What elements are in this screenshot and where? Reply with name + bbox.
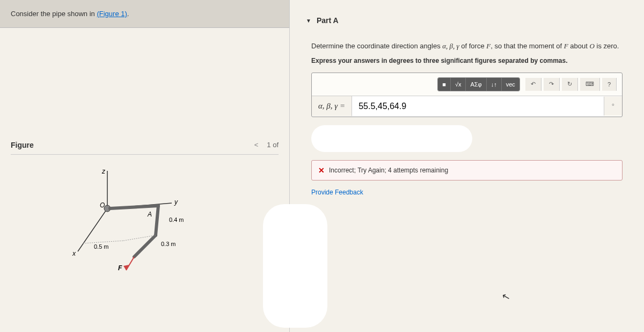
force-f-label: F [118, 264, 122, 272]
axis-z-label: z [101, 168, 106, 175]
axis-x-label: x [72, 250, 76, 257]
dim-05m: 0.5 m [94, 243, 109, 250]
svg-line-7 [126, 257, 134, 270]
pipe-diagram: z y x O 0.4 m 0.3 m 0.5 m A [64, 165, 225, 273]
templates-button[interactable]: ■ [438, 78, 451, 91]
problem-statement: Consider the pipe shown in (Figure 1). [0, 0, 289, 28]
svg-line-5 [156, 206, 158, 235]
part-label: Part A [317, 16, 339, 25]
incorrect-icon: ✕ [318, 166, 325, 175]
figure-prev-button[interactable]: < [251, 140, 262, 150]
point-a-label: A [147, 211, 152, 218]
unit-label: ° [604, 97, 622, 116]
feedback-message: ✕ Incorrect; Try Again; 4 attempts remai… [311, 160, 623, 181]
redacted-region-2 [263, 204, 327, 328]
part-header[interactable]: ▼ Part A [306, 11, 628, 30]
figure-link[interactable]: (Figure 1) [97, 10, 127, 18]
right-panel: ▼ Part A Determine the coordinate direct… [290, 0, 644, 332]
equation-toolbar: ■ √x ΑΣφ ↓↑ vec ↶ ↷ ↻ ⌨ ? [312, 73, 622, 96]
redacted-region [311, 125, 472, 152]
axis-y-label: y [174, 198, 178, 206]
left-panel: Consider the pipe shown in (Figure 1). F… [0, 0, 290, 332]
answer-variable-label: α, β, γ = [312, 96, 352, 116]
subscript-button[interactable]: ↓↑ [487, 78, 502, 91]
answer-input[interactable] [352, 96, 604, 117]
figure-page-indicator: 1 of [267, 141, 279, 149]
prompt-text: Determine the coordinate direction angle… [311, 41, 623, 52]
instruction-text: Express your answers in degrees to three… [311, 57, 623, 64]
redo-button[interactable]: ↷ [544, 78, 560, 91]
undo-button[interactable]: ↶ [525, 78, 541, 91]
dim-04m: 0.4 m [169, 216, 184, 223]
collapse-icon: ▼ [306, 18, 311, 24]
figure-title: Figure [11, 141, 34, 149]
feedback-text: Incorrect; Try Again; 4 attempts remaini… [329, 167, 448, 174]
help-button[interactable]: ? [602, 78, 617, 91]
problem-intro-text: Consider the pipe shown in [11, 10, 97, 18]
svg-line-6 [134, 235, 156, 257]
provide-feedback-link[interactable]: Provide Feedback [311, 189, 623, 196]
answer-box: ■ √x ΑΣφ ↓↑ vec ↶ ↷ ↻ ⌨ ? α, β, [311, 73, 623, 117]
svg-line-4 [110, 206, 158, 208]
vec-button[interactable]: vec [502, 78, 519, 91]
figure-pagination: < 1 of [251, 140, 279, 150]
dim-03m: 0.3 m [161, 241, 176, 247]
keyboard-button[interactable]: ⌨ [580, 78, 600, 91]
reset-button[interactable]: ↻ [562, 78, 578, 91]
sqrt-button[interactable]: √x [451, 78, 466, 91]
greek-button[interactable]: ΑΣφ [466, 78, 486, 91]
